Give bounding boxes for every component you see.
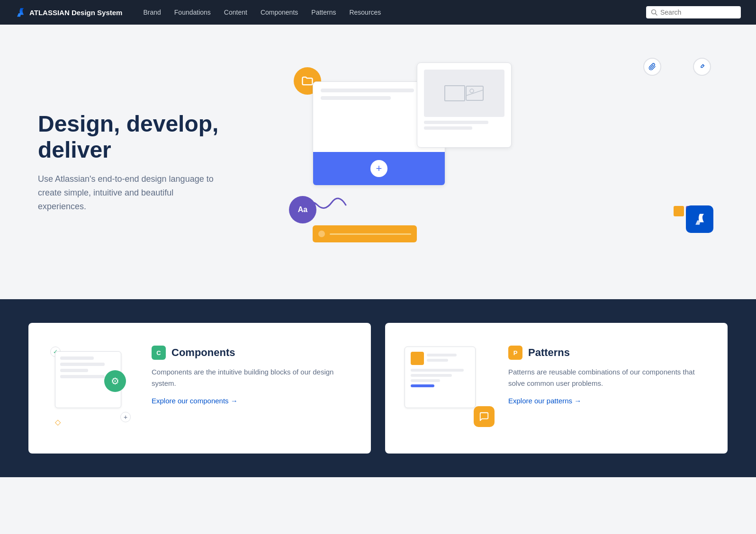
hero-text: Design, develop, deliver Use Atlassian's… [38, 111, 256, 214]
pencil-icon-circle [693, 58, 711, 76]
chat-icon-square [474, 406, 495, 427]
hero-title: Design, develop, deliver [38, 111, 256, 163]
pat-orange-square [411, 352, 424, 365]
paperclip-icon-circle [643, 58, 661, 76]
atlassian-logo-icon [15, 7, 26, 18]
svg-line-2 [466, 90, 483, 96]
diamond-icon: ◇ [53, 417, 63, 427]
components-card-header: C Components [152, 346, 354, 360]
nav-foundations[interactable]: Foundations [169, 6, 216, 19]
search-input[interactable] [660, 9, 736, 16]
components-card-content: C Components Components are the intuitiv… [152, 342, 354, 405]
bar-dot [318, 231, 325, 237]
components-title: Components [171, 347, 235, 359]
search-box[interactable] [646, 6, 741, 18]
svg-point-3 [470, 89, 474, 93]
hero-illustration: ✓ + [275, 53, 718, 271]
search-icon [651, 9, 657, 16]
hero-section: Design, develop, deliver Use Atlassian's… [0, 25, 756, 299]
right-illustration-card [417, 62, 512, 148]
bar-line [330, 233, 411, 235]
gear-icon-circle: ⚙ [104, 370, 126, 392]
nav-patterns[interactable]: Patterns [306, 6, 342, 19]
typography-icon-circle: Aa [289, 196, 316, 223]
atlassian-badge [686, 205, 713, 233]
patterns-card: P Patterns Patterns are reusable combina… [385, 323, 728, 454]
patterns-description: Patterns are reusable combinations of ou… [508, 366, 711, 389]
bottom-section: ✓ ⚙ + ◇ C Components Components are the … [0, 299, 756, 477]
plus-icon-circle: + [120, 412, 131, 422]
pat-main-card [405, 347, 476, 408]
components-badge: C [152, 346, 166, 360]
nav-brand[interactable]: Brand [137, 6, 166, 19]
patterns-explore-link[interactable]: Explore our patterns → [508, 397, 581, 405]
patterns-card-content: P Patterns Patterns are reusable combina… [508, 342, 711, 405]
svg-rect-1 [466, 86, 483, 100]
main-nav: ATLASSIAN Design System Brand Foundation… [0, 0, 756, 25]
patterns-illustration [402, 342, 497, 436]
components-description: Components are the intuitive building bl… [152, 366, 354, 389]
patterns-card-header: P Patterns [508, 346, 711, 360]
components-card: ✓ ⚙ + ◇ C Components Components are the … [28, 323, 371, 454]
nav-resources[interactable]: Resources [343, 6, 387, 19]
logo-text: ATLASSIAN Design System [29, 9, 122, 17]
logo[interactable]: ATLASSIAN Design System [15, 7, 122, 18]
swatch-orange [674, 206, 684, 216]
progress-bar-illustration [313, 225, 417, 242]
nav-components[interactable]: Components [255, 6, 304, 19]
nav-links: Brand Foundations Content Components Pat… [137, 6, 646, 19]
patterns-badge: P [508, 346, 522, 360]
patterns-title: Patterns [528, 347, 570, 359]
hero-subtitle: Use Atlassian's end-to-end design langua… [38, 172, 218, 213]
components-explore-link[interactable]: Explore our components → [152, 397, 238, 405]
nav-content[interactable]: Content [218, 6, 253, 19]
components-illustration: ✓ ⚙ + ◇ [45, 342, 140, 436]
